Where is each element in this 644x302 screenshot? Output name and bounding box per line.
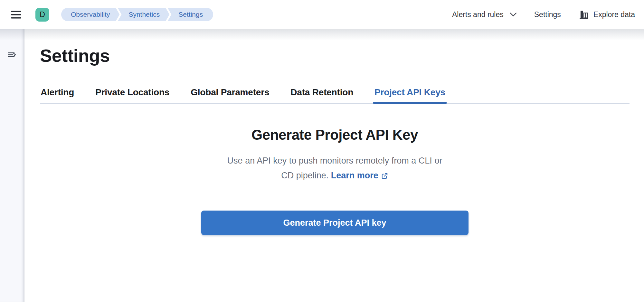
learn-more-label: Learn more	[331, 168, 378, 183]
breadcrumb: Observability Synthetics Settings	[61, 8, 213, 21]
tab-project-api-keys[interactable]: Project API Keys	[374, 87, 446, 103]
alerts-and-rules-button[interactable]: Alerts and rules	[452, 10, 517, 19]
breadcrumb-settings[interactable]: Settings	[167, 8, 213, 21]
menu-right-icon	[7, 50, 17, 60]
bar-chart-icon	[578, 9, 589, 20]
avatar[interactable]: D	[35, 8, 49, 22]
app-body: Settings Alerting Private Locations Glob…	[0, 29, 644, 302]
main-content: Settings Alerting Private Locations Glob…	[24, 29, 644, 302]
settings-link[interactable]: Settings	[534, 10, 561, 19]
breadcrumb-observability[interactable]: Observability	[61, 8, 119, 21]
alerts-and-rules-label: Alerts and rules	[452, 10, 504, 19]
description-line-2: CD pipeline.	[281, 171, 328, 180]
explore-data-label: Explore data	[593, 10, 635, 19]
breadcrumb-synthetics[interactable]: Synthetics	[118, 8, 169, 21]
expand-sidebar-button[interactable]	[5, 48, 19, 61]
panel-description: Use an API key to push monitors remotely…	[40, 153, 630, 183]
top-header: D Observability Synthetics Settings Aler…	[0, 0, 644, 29]
generate-api-key-button[interactable]: Generate Project API key	[201, 211, 469, 235]
settings-link-label: Settings	[534, 10, 561, 19]
tab-data-retention[interactable]: Data Retention	[290, 87, 354, 103]
menu-button[interactable]	[10, 8, 23, 21]
header-nav: Alerts and rules Settings Explore data	[452, 9, 635, 20]
learn-more-link[interactable]: Learn more	[331, 168, 388, 183]
hamburger-icon	[11, 10, 21, 19]
settings-tabs: Alerting Private Locations Global Parame…	[40, 87, 630, 104]
page-title: Settings	[40, 45, 630, 66]
panel-heading: Generate Project API Key	[40, 127, 630, 143]
tab-private-locations[interactable]: Private Locations	[95, 87, 170, 103]
tab-alerting[interactable]: Alerting	[40, 87, 75, 103]
external-link-icon	[381, 172, 388, 179]
collapsed-sidebar	[0, 29, 24, 302]
description-line-1: Use an API key to push monitors remotely…	[227, 156, 442, 165]
generate-api-key-panel: Generate Project API Key Use an API key …	[40, 127, 630, 235]
explore-data-link[interactable]: Explore data	[578, 9, 635, 20]
tab-global-parameters[interactable]: Global Parameters	[190, 87, 270, 103]
chevron-down-icon	[510, 12, 517, 17]
